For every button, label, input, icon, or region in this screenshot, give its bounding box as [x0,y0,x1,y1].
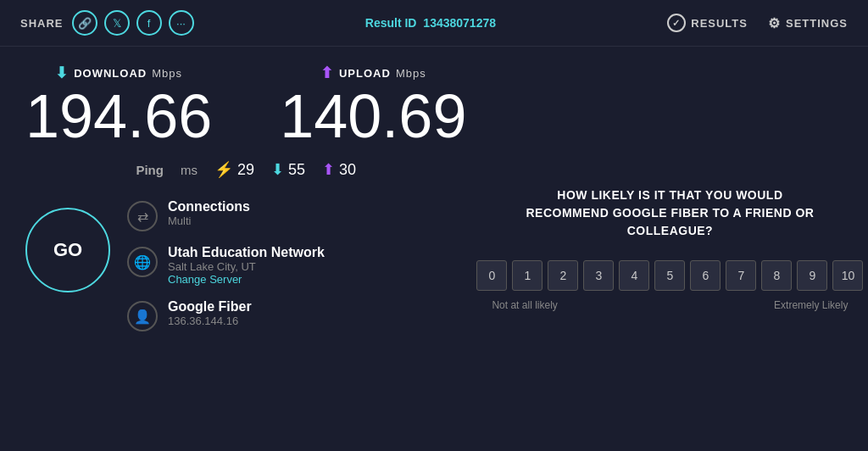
ping-download-icon: ⬇ [271,160,284,179]
download-label: DOWNLOAD [74,67,147,80]
connections-item: ⇄ Connections Multi [127,199,325,231]
share-twitter-button[interactable]: 𝕏 [104,10,130,36]
upload-value: 140.69 [280,86,466,147]
isp-icon: 👤 [127,301,158,331]
download-metric: ⬇ DOWNLOAD Mbps 194.66 [25,64,212,147]
nps-score-10[interactable]: 10 [832,260,863,291]
nps-score-2[interactable]: 2 [548,260,578,291]
nps-score-4[interactable]: 4 [619,260,649,291]
connections-subtitle: Multi [168,214,250,227]
left-panel: ⬇ DOWNLOAD Mbps 194.66 ⬆ UPLOAD Mbps 140… [25,64,466,434]
nps-label-right: Extremely Likely [774,299,848,311]
nps-score-8[interactable]: 8 [761,260,792,291]
server-icon: 🌐 [127,247,158,277]
server-location: Salt Lake City, UT [168,260,325,273]
ping-row: Ping ms ⚡ 29 ⬇ 55 ⬆ 30 [25,160,466,179]
share-icons: 🔗 𝕏 f ··· [72,10,194,36]
header: SHARE 🔗 𝕏 f ··· Result ID 13438071278 ✓ … [0,0,868,47]
download-value: 194.66 [25,86,212,147]
nps-score-7[interactable]: 7 [726,260,756,291]
ping-download-value: 55 [288,161,305,179]
upload-metric: ⬆ UPLOAD Mbps 140.69 [280,64,466,147]
nps-score-5[interactable]: 5 [654,260,685,291]
results-button[interactable]: ✓ RESULTS [667,14,748,32]
download-unit: Mbps [152,67,182,80]
header-right: ✓ RESULTS ⚙ SETTINGS [667,14,848,32]
download-icon: ⬇ [55,64,69,82]
upload-unit: Mbps [396,67,426,80]
nps-score-9[interactable]: 9 [797,260,827,291]
nps-buttons: 012345678910 [476,260,863,291]
ping-unit: ms [181,163,198,177]
result-id: Result ID 13438071278 [365,16,496,30]
server-item: 🌐 Utah Education Network Salt Lake City,… [127,245,325,286]
nps-score-1[interactable]: 1 [512,260,542,291]
ping-upload-icon: ⬆ [322,160,335,179]
go-button[interactable]: GO [25,208,110,292]
speed-metrics: ⬇ DOWNLOAD Mbps 194.66 ⬆ UPLOAD Mbps 140… [25,64,466,147]
server-title: Utah Education Network [168,245,325,260]
share-facebook-button[interactable]: f [136,10,162,36]
ping-label: Ping [136,163,164,177]
right-panel: HOW LIKELY IS IT THAT YOU WOULD RECOMMEN… [492,64,848,434]
nps-question: HOW LIKELY IS IT THAT YOU WOULD RECOMMEN… [517,187,822,240]
nps-score-0[interactable]: 0 [476,260,507,291]
result-id-label: Result ID [365,16,417,30]
result-id-value[interactable]: 13438071278 [423,16,496,30]
share-link-button[interactable]: 🔗 [72,10,97,36]
nps-label-left: Not at all likely [492,299,557,311]
nps-score-3[interactable]: 3 [583,260,614,291]
jitter-value: 29 [237,161,254,179]
nps-score-6[interactable]: 6 [690,260,721,291]
share-label: SHARE [20,17,64,30]
results-icon: ✓ [667,14,686,32]
nps-labels: Not at all likely Extremely Likely [492,299,848,311]
ping-upload-value: 30 [339,161,356,179]
connections-title: Connections [168,199,250,214]
isp-ip: 136.36.144.16 [168,315,252,327]
upload-label: UPLOAD [339,67,391,80]
info-list: ⇄ Connections Multi 🌐 Utah Education Net… [127,199,325,331]
main-content: ⬇ DOWNLOAD Mbps 194.66 ⬆ UPLOAD Mbps 140… [0,47,868,451]
connections-icon: ⇄ [127,201,158,231]
isp-item: 👤 Google Fiber 136.36.144.16 [127,299,325,331]
jitter-icon: ⚡ [214,160,233,179]
isp-title: Google Fiber [168,299,252,315]
share-more-button[interactable]: ··· [169,10,194,36]
gear-icon: ⚙ [768,15,781,31]
ping-upload-item: ⬆ 30 [322,160,356,179]
jitter-item: ⚡ 29 [214,160,254,179]
ping-download-item: ⬇ 55 [271,160,305,179]
upload-icon: ⬆ [320,64,334,82]
share-section: SHARE 🔗 𝕏 f ··· [20,10,194,36]
change-server-link[interactable]: Change Server [168,273,325,286]
info-section: GO ⇄ Connections Multi 🌐 Utah Education … [25,199,466,331]
settings-button[interactable]: ⚙ SETTINGS [768,15,848,31]
